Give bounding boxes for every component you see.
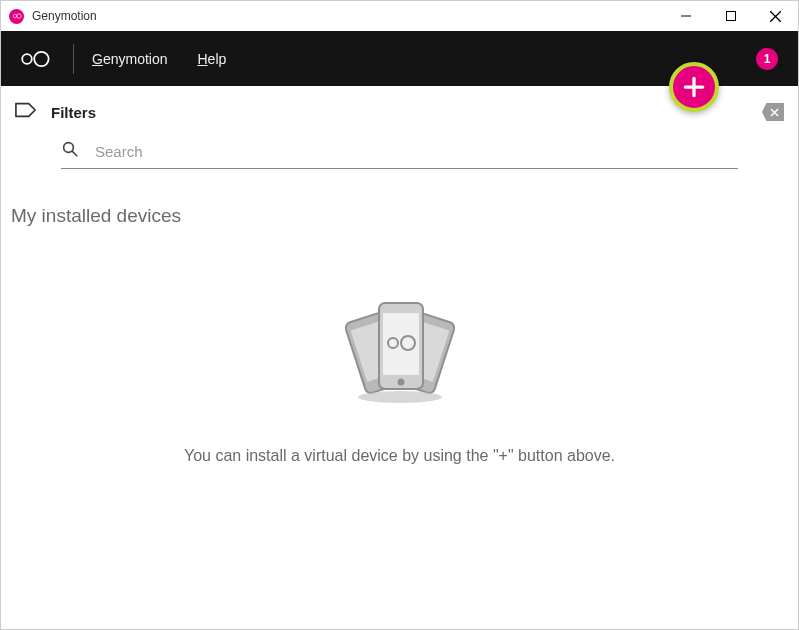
window-title: Genymotion bbox=[32, 9, 97, 23]
svg-point-7 bbox=[34, 51, 48, 65]
svg-point-1 bbox=[16, 14, 21, 19]
devices-illustration-icon bbox=[330, 293, 470, 417]
close-button[interactable] bbox=[753, 1, 798, 31]
app-icon bbox=[9, 9, 24, 24]
menu-item-help[interactable]: Help bbox=[197, 51, 226, 67]
svg-rect-3 bbox=[726, 12, 735, 21]
search-icon bbox=[61, 140, 79, 162]
menu-divider bbox=[73, 44, 74, 74]
menu-label: enymotion bbox=[103, 51, 168, 67]
clear-filters-button[interactable] bbox=[762, 103, 784, 121]
maximize-button[interactable] bbox=[708, 1, 753, 31]
filters-label: Filters bbox=[51, 104, 96, 121]
section-title: My installed devices bbox=[11, 205, 798, 227]
empty-state: You can install a virtual device by usin… bbox=[1, 293, 798, 465]
minimize-button[interactable] bbox=[663, 1, 708, 31]
svg-point-25 bbox=[358, 391, 442, 403]
add-device-button[interactable] bbox=[669, 62, 719, 112]
logo-icon bbox=[17, 49, 65, 69]
svg-point-6 bbox=[22, 54, 32, 64]
search-row bbox=[61, 136, 738, 169]
svg-point-0 bbox=[13, 14, 17, 18]
menu-item-genymotion[interactable]: Genymotion bbox=[92, 51, 167, 67]
svg-line-13 bbox=[72, 151, 77, 156]
tag-icon bbox=[15, 101, 37, 123]
notification-badge[interactable]: 1 bbox=[756, 48, 778, 70]
search-input[interactable] bbox=[95, 143, 738, 160]
title-bar: Genymotion bbox=[1, 1, 798, 31]
svg-point-22 bbox=[397, 379, 404, 386]
menu-label: elp bbox=[208, 51, 227, 67]
empty-state-message: You can install a virtual device by usin… bbox=[184, 447, 615, 465]
